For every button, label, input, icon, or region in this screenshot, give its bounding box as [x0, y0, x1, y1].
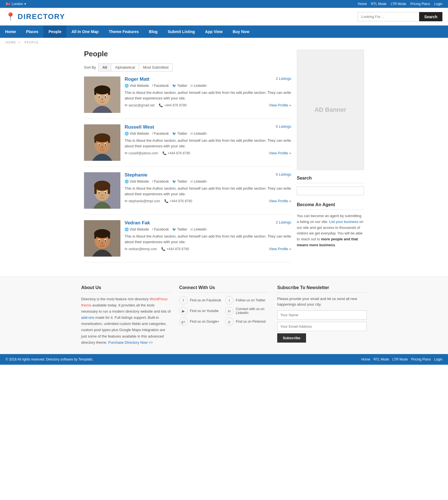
person-links: 🌐 Visit Website f Facebook 🐦 Twitter in …	[125, 132, 291, 136]
facebook-link[interactable]: f Facebook	[152, 227, 169, 231]
top-nav-login[interactable]: Login	[434, 2, 442, 6]
twitter-icon: 🐦	[172, 227, 176, 231]
view-profile-link[interactable]: View Profile »	[269, 103, 291, 107]
nav-home[interactable]: Home	[0, 25, 21, 38]
footer-nav-ltr[interactable]: LTR Mode	[392, 357, 408, 361]
logo[interactable]: 📍 DIRECTORY	[6, 12, 65, 21]
person-bio: This is About the Author section, author…	[125, 90, 291, 101]
facebook-link[interactable]: f Facebook	[152, 132, 169, 136]
nav-theme-features[interactable]: Theme Features	[104, 25, 144, 38]
person-bio: This is About the Author section, author…	[125, 186, 291, 197]
linkedin-link[interactable]: in LinkedIn	[190, 180, 207, 183]
breadcrumb-home[interactable]: HOME	[6, 41, 16, 44]
twitter-link[interactable]: 🐦 Twitter	[172, 84, 187, 88]
nav-people[interactable]: People	[43, 25, 66, 38]
newsletter-email-input[interactable]	[277, 322, 367, 331]
person-name[interactable]: Russell West	[125, 124, 154, 130]
flag-icon: 🇬🇧	[6, 2, 10, 6]
footer-nav-rtl[interactable]: RTL Mode	[374, 357, 389, 361]
globe-icon: 🌐	[125, 227, 129, 231]
visit-website-link[interactable]: 🌐 Visit Website	[125, 84, 149, 88]
connect-item[interactable]: in Connect with us on LinkedIn	[225, 307, 269, 315]
connect-item[interactable]: t Follow us on Twitter	[225, 296, 269, 304]
person-photo	[84, 76, 120, 113]
footer-about-text: Directory is the most feature rich direc…	[81, 296, 171, 346]
linkedin-link[interactable]: in LinkedIn	[190, 132, 207, 136]
person-bio: This is About the Author section, author…	[125, 234, 291, 245]
linkedin-icon: in	[190, 132, 193, 136]
person-photo	[84, 172, 120, 209]
newsletter-name-input[interactable]	[277, 310, 367, 320]
footer-purchase-link[interactable]: Purchase Directory Now >>	[108, 340, 153, 345]
footer-nav-login[interactable]: Login	[434, 357, 442, 361]
top-nav-home[interactable]: Home	[358, 2, 367, 6]
top-nav-rtl[interactable]: RTL Mode	[371, 2, 386, 6]
top-nav-pricing[interactable]: Pricing Plans	[410, 2, 430, 6]
facebook-link[interactable]: f Facebook	[152, 84, 169, 88]
twitter-link[interactable]: 🐦 Twitter	[172, 227, 187, 231]
svg-point-47	[101, 243, 103, 244]
footer-nav-home[interactable]: Home	[361, 357, 370, 361]
linkedin-link[interactable]: in LinkedIn	[190, 227, 207, 231]
person-name[interactable]: Roger Matt	[125, 76, 150, 82]
location-selector[interactable]: 🇬🇧 London ▾	[6, 2, 26, 6]
person-name[interactable]: Stephanie	[125, 172, 147, 178]
connect-item[interactable]: ▶ Find us on Youtube	[179, 307, 223, 315]
breadcrumb-separator: >	[18, 41, 20, 44]
agent-link[interactable]: List your business	[329, 220, 358, 224]
connect-item[interactable]: p Find us on Pinterest	[225, 317, 269, 326]
footer-newsletter: Subscribe To Newsletter Please provide y…	[277, 285, 367, 346]
svg-point-21	[99, 144, 100, 146]
facebook-icon: f	[152, 227, 153, 231]
sidebar-search-title: Search	[297, 176, 364, 183]
linkedin-link[interactable]: in LinkedIn	[190, 84, 207, 88]
main-container: People Sort By All Alphabetical Most Sub…	[78, 47, 370, 276]
nav-app-view[interactable]: App View	[200, 25, 228, 38]
chevron-down-icon: ▾	[24, 2, 26, 6]
sort-alphabetical[interactable]: Alphabetical	[111, 63, 139, 71]
person-phone: 📞 +444 876 8790	[164, 199, 192, 203]
view-profile-link[interactable]: View Profile »	[269, 151, 291, 155]
connect-item[interactable]: g+ Find us on Google+	[179, 317, 223, 326]
sort-label: Sort By	[84, 65, 96, 69]
person-email: ✉ vedran@temp.com	[125, 247, 157, 251]
person-email: ✉ russell@yahoo.com	[125, 151, 158, 155]
globe-icon: 🌐	[125, 180, 129, 183]
sort-all[interactable]: All	[98, 63, 111, 71]
twitter-link[interactable]: 🐦 Twitter	[172, 132, 187, 136]
twitter-link[interactable]: 🐦 Twitter	[172, 180, 187, 183]
subscribe-button[interactable]: Subscribe	[277, 333, 306, 343]
view-profile-link[interactable]: View Profile »	[269, 199, 291, 203]
view-profile-link[interactable]: View Profile »	[269, 247, 291, 251]
nav-submit-listing[interactable]: Submit Listing	[163, 25, 200, 38]
facebook-link[interactable]: f Facebook	[152, 180, 169, 183]
person-bio: This is About the Author section, author…	[125, 138, 291, 149]
sidebar-search-input[interactable]	[297, 187, 364, 195]
person-info: Roger Matt 2 Listings 🌐 Visit Website f …	[125, 76, 291, 113]
sort-bar: Sort By All Alphabetical Most Submitted	[84, 63, 291, 71]
connect-icon-2: ▶	[179, 307, 188, 315]
search-input[interactable]	[358, 12, 419, 21]
nav-buy-now[interactable]: Buy Now	[228, 25, 255, 38]
header-search: Search	[358, 12, 442, 21]
footer-nav-pricing[interactable]: Pricing Plans	[411, 357, 431, 361]
person-name[interactable]: Vedran Fak	[125, 220, 150, 226]
person-card: Stephanie 5 Listings 🌐 Visit Website f F…	[84, 172, 291, 215]
person-phone: 📞 +444 876 8790	[162, 151, 190, 155]
top-nav-ltr[interactable]: LTR Mode	[391, 2, 406, 6]
visit-website-link[interactable]: 🌐 Visit Website	[125, 227, 149, 231]
connect-item[interactable]: f Find us on Facebook	[179, 296, 223, 304]
sort-most-submitted[interactable]: Most Submitted	[139, 63, 172, 71]
visit-website-link[interactable]: 🌐 Visit Website	[125, 132, 149, 136]
visit-website-link[interactable]: 🌐 Visit Website	[125, 180, 149, 183]
nav-all-in-one-map[interactable]: All In One Map	[66, 25, 104, 38]
person-listings: 5 Listings	[276, 124, 291, 129]
search-button[interactable]: Search	[419, 12, 442, 21]
main-nav: Home Places People All In One Map Theme …	[0, 25, 448, 38]
agent-text: You can become an agent by submitting a …	[297, 213, 364, 248]
top-bar: 🇬🇧 London ▾ Home RTL Mode LTR Mode Prici…	[0, 0, 448, 8]
nav-blog[interactable]: Blog	[144, 25, 163, 38]
footer-addons-link[interactable]: add-ons	[81, 315, 94, 320]
nav-places[interactable]: Places	[21, 25, 43, 38]
person-list: Roger Matt 2 Listings 🌐 Visit Website f …	[84, 76, 291, 262]
